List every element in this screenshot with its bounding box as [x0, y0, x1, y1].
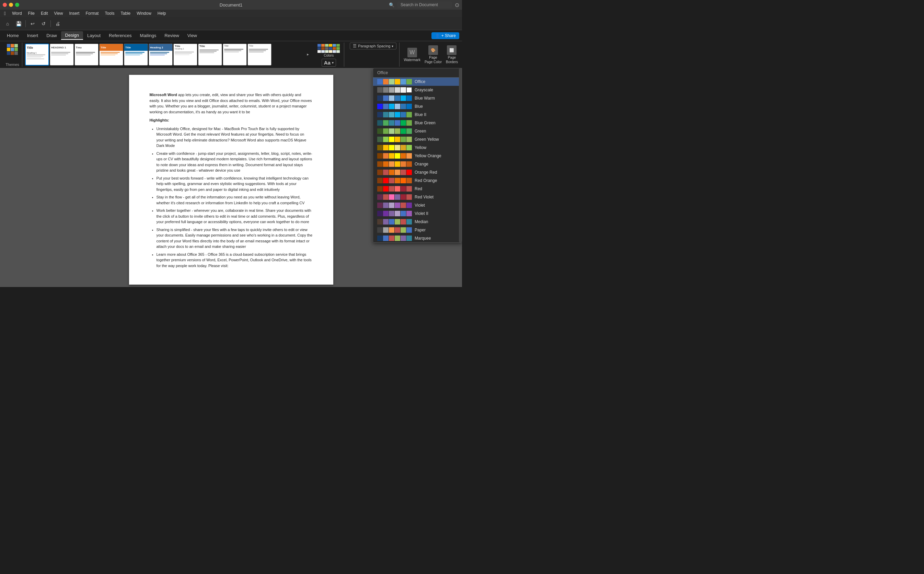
color-theme-blue-ii[interactable]: Blue II	[373, 110, 462, 119]
color-theme-grayscale[interactable]: Grayscale	[373, 86, 462, 94]
color-theme-yellow[interactable]: Yellow	[373, 144, 462, 152]
theme-item-6[interactable]: Heading 2	[149, 44, 173, 66]
menu-insert[interactable]: Insert	[66, 10, 82, 16]
color-theme-yellow-orange[interactable]: Yellow Orange	[373, 152, 462, 160]
red-orange-swatches	[377, 178, 412, 183]
gallery-next-arrow[interactable]: ‣	[304, 44, 311, 66]
color-theme-violet-ii[interactable]: Violet II	[373, 210, 462, 218]
menu-table[interactable]: Table	[118, 10, 133, 16]
tab-references[interactable]: References	[105, 32, 135, 39]
cs-3	[325, 44, 329, 47]
paragraph-spacing-button[interactable]: ☰ Paragraph Spacing ▾	[350, 43, 397, 49]
page-color-icon: 🎨	[428, 45, 438, 55]
tab-design[interactable]: Design	[61, 31, 83, 40]
undo-arrow[interactable]: ↺	[39, 19, 49, 28]
share-button[interactable]: 👤 + Share	[431, 32, 459, 39]
tab-home[interactable]: Home	[3, 32, 23, 39]
cs-11	[332, 47, 336, 50]
color-theme-median[interactable]: Median	[373, 218, 462, 226]
menu-bar:  Word File Edit View Insert Format Tool…	[0, 9, 462, 17]
close-button[interactable]	[3, 3, 7, 7]
theme-item-4[interactable]: Title	[99, 44, 123, 66]
search-icon: 🔍	[389, 2, 394, 8]
color-theme-orange-red[interactable]: Orange Red	[373, 168, 462, 177]
dropdown-scrollbar[interactable]	[459, 68, 462, 242]
menu-word[interactable]: Word	[9, 10, 24, 16]
theme-item-title-heading[interactable]: Title Heading 1	[173, 44, 197, 66]
color-theme-marquee[interactable]: Marquee	[373, 234, 462, 242]
tab-insert[interactable]: Insert	[23, 32, 43, 39]
tab-layout[interactable]: Layout	[83, 32, 105, 39]
page-borders-button[interactable]: ⬜ Page Borders	[444, 44, 459, 65]
theme-item-1[interactable]: Title Heading 1	[25, 44, 49, 66]
red-swatches	[377, 186, 412, 192]
red-orange-name: Red Orange	[415, 178, 437, 183]
grayscale-name: Grayscale	[415, 88, 433, 92]
color-theme-violet[interactable]: Violet	[373, 201, 462, 210]
menu-file[interactable]: File	[25, 10, 38, 16]
page-borders-icon: ⬜	[447, 45, 456, 55]
watermark-button[interactable]: W Watermark	[402, 46, 422, 63]
theme-swatch-4	[7, 48, 10, 51]
theme-swatch-2	[11, 44, 14, 47]
minimize-button[interactable]	[9, 3, 13, 7]
themes-button[interactable]	[5, 43, 19, 56]
menu-edit[interactable]: Edit	[38, 10, 51, 16]
theme-item-title-only[interactable]: Title	[198, 44, 222, 66]
color-theme-blue-warm[interactable]: Blue Warm	[373, 94, 462, 102]
apple-menu[interactable]: 	[2, 10, 9, 17]
color-theme-orange[interactable]: Orange	[373, 160, 462, 168]
undo-icon[interactable]: ↩	[28, 19, 38, 28]
fonts-arrow: ▾	[332, 61, 334, 65]
cs-14	[321, 50, 325, 53]
menu-tools[interactable]: Tools	[102, 10, 117, 16]
theme-item-9[interactable]: Title	[223, 44, 247, 66]
page-color-button[interactable]: 🎨 Page Page Color	[423, 44, 443, 65]
colors-fonts-section: Colors Aa ▾	[313, 43, 344, 66]
menu-format[interactable]: Format	[83, 10, 101, 16]
yellow-name: Yellow	[415, 145, 426, 150]
para-arrow: ▾	[392, 44, 394, 48]
home-icon[interactable]: ⌂	[3, 19, 13, 28]
color-theme-blue-green[interactable]: Blue Green	[373, 119, 462, 127]
maximize-button[interactable]	[15, 3, 19, 7]
toolbar-row: ⌂ 💾 ↩ ↺ 🖨	[0, 17, 462, 30]
theme-item-2[interactable]: HEADING 1	[50, 44, 74, 66]
tab-review[interactable]: Review	[160, 32, 183, 39]
color-theme-green[interactable]: Green	[373, 127, 462, 135]
tab-mailings[interactable]: Mailings	[136, 32, 161, 39]
sw-2	[383, 79, 389, 84]
violet-name: Violet	[415, 203, 425, 208]
color-theme-red-orange[interactable]: Red Orange	[373, 177, 462, 185]
bullet-2: Create with confidence - jump-start your…	[156, 151, 313, 173]
color-theme-green-yellow[interactable]: Green Yellow	[373, 135, 462, 144]
menu-view[interactable]: View	[52, 10, 66, 16]
blue-green-swatches	[377, 120, 412, 126]
theme-item-10[interactable]: Title	[247, 44, 271, 66]
search-input[interactable]: Search in Document	[397, 2, 452, 8]
orange-swatches	[377, 161, 412, 167]
theme-swatch-6	[14, 48, 18, 51]
marquee-swatches	[377, 235, 412, 241]
color-theme-blue[interactable]: Blue	[373, 102, 462, 110]
fonts-button[interactable]: Aa ▾	[322, 59, 336, 66]
print-icon[interactable]: 🖨	[53, 19, 63, 28]
save-icon[interactable]: 💾	[14, 19, 24, 28]
tab-view[interactable]: View	[183, 32, 201, 39]
toolbar-sep-2	[50, 20, 51, 27]
color-theme-paper[interactable]: Paper	[373, 226, 462, 234]
menu-help[interactable]: Help	[155, 10, 169, 16]
theme-item-3[interactable]: Tmu	[74, 44, 99, 66]
theme-item-5[interactable]: Title	[124, 44, 148, 66]
red-violet-name: Red Violet	[415, 195, 433, 199]
cs-9	[325, 47, 329, 50]
median-name: Median	[415, 219, 428, 224]
tab-draw[interactable]: Draw	[42, 32, 61, 39]
color-theme-red[interactable]: Red	[373, 185, 462, 193]
menu-window[interactable]: Window	[134, 10, 154, 16]
cs-17	[332, 50, 336, 53]
color-theme-office[interactable]: Office	[373, 77, 462, 86]
colors-button[interactable]: Colors	[316, 43, 341, 59]
bullet-7: Learn more about Office 365 - Office 365…	[156, 252, 313, 269]
color-theme-red-violet[interactable]: Red Violet	[373, 193, 462, 201]
